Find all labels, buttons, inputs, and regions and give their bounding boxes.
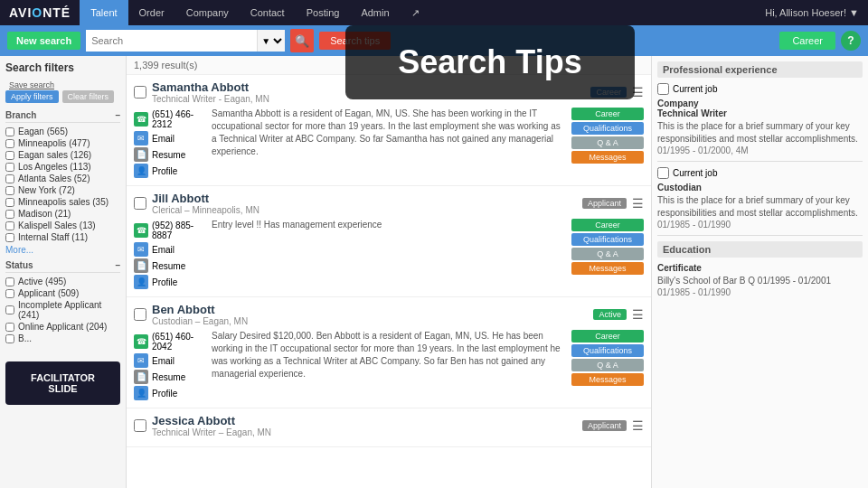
filter-eagan[interactable]: Eagan (565): [5, 127, 120, 136]
nav-tab-external[interactable]: ↗: [401, 0, 430, 25]
clear-filters-button[interactable]: Clear filters: [62, 90, 115, 103]
result-checkbox-jill[interactable]: [134, 197, 146, 210]
result-checkbox-samantha[interactable]: [134, 86, 146, 99]
phone-icon: ☎: [134, 112, 148, 127]
current-job-checkbox2[interactable]: [657, 167, 669, 179]
contact-phone-samantha: ☎ (651) 466-2312: [134, 109, 206, 129]
filter-los-angeles[interactable]: Los Angeles (113): [5, 162, 120, 172]
nav-tab-posting[interactable]: Posting: [296, 0, 351, 25]
contact-profile-ben[interactable]: 👤 Profile: [134, 386, 206, 400]
main-layout: Search filters Save search Apply filters…: [0, 56, 868, 488]
qualifications-action-ben[interactable]: Qualifications: [571, 344, 644, 357]
job2-date: 01/1985 - 01/1990: [657, 220, 863, 230]
contact-resume-samantha[interactable]: 📄 Resume: [134, 147, 206, 162]
menu-icon-jessica[interactable]: ☰: [632, 418, 644, 433]
result-card-jessica: Jessica Abbott Technical Writer – Eagan,…: [127, 408, 651, 447]
menu-icon-jill[interactable]: ☰: [632, 196, 644, 211]
nav-tab-contact[interactable]: Contact: [240, 0, 296, 25]
education-field: Certificate Billy's School of Bar B Q 01…: [657, 263, 863, 297]
filter-eagan-sales[interactable]: Eagan sales (126): [5, 150, 120, 160]
messages-action-jill[interactable]: Messages: [571, 262, 644, 275]
result-desc-ben: Salary Desired $120,000. Ben Abbott is a…: [212, 330, 566, 402]
result-name-jill: Jill Abbott Clerical – Minneapolis, MN: [152, 192, 259, 215]
contact-email-jill[interactable]: ✉ Email: [134, 242, 206, 257]
help-button[interactable]: ?: [841, 31, 861, 51]
more-branches-link[interactable]: More...: [5, 245, 120, 255]
phone-icon-ben: ☎: [134, 334, 148, 349]
result-header-ben: Ben Abbott Custodian – Eagan, MN Active …: [134, 303, 644, 326]
contact-phone-ben: ☎ (651) 460-2042: [134, 332, 206, 352]
search-tips-overlay: Search Tips: [345, 25, 635, 99]
result-actions-jill: Career Qualifications Q & A Messages: [571, 219, 644, 291]
nav-tab-order[interactable]: Order: [128, 0, 175, 25]
contact-profile-jill[interactable]: 👤 Profile: [134, 275, 206, 289]
search-type-select[interactable]: ▼: [257, 30, 285, 52]
phone-icon-jill: ☎: [134, 223, 148, 238]
contact-resume-ben[interactable]: 📄 Resume: [134, 370, 206, 384]
panel-divider1: [657, 161, 863, 162]
result-name-jessica: Jessica Abbott Technical Writer – Eagan,…: [152, 414, 271, 437]
menu-icon-ben[interactable]: ☰: [632, 307, 644, 322]
nav-tab-admin[interactable]: Admin: [350, 0, 400, 25]
contact-email-samantha[interactable]: ✉ Email: [134, 131, 206, 145]
job2-field: Custodian This is the place for a brief …: [657, 183, 863, 230]
career-action-ben[interactable]: Career: [571, 330, 644, 343]
qa-action-samantha[interactable]: Q & A: [571, 136, 644, 149]
current-job-label1: Current job: [673, 84, 717, 94]
result-name-samantha: Samantha Abbott Technical Writer - Eagan…: [152, 80, 269, 104]
contact-email-ben[interactable]: ✉ Email: [134, 353, 206, 368]
filter-kalispell[interactable]: Kalispell Sales (13): [5, 221, 120, 230]
filter-active[interactable]: Active (495): [5, 277, 120, 286]
career-action-samantha[interactable]: Career: [571, 108, 644, 120]
nav-tab-company[interactable]: Company: [175, 0, 240, 25]
user-name: Hi, Allison Hoeser! ▼: [765, 7, 859, 18]
contact-resume-jill[interactable]: 📄 Resume: [134, 258, 206, 273]
qa-action-ben[interactable]: Q & A: [571, 359, 644, 371]
job1-description: This is the place for a brief summary of…: [657, 120, 863, 145]
company-label: Company: [657, 99, 863, 108]
career-action-jill[interactable]: Career: [571, 219, 644, 231]
filter-internal-staff[interactable]: Internal Staff (11): [5, 232, 120, 242]
education-date: 01/1985 - 01/1990: [657, 287, 863, 297]
profile-icon: 👤: [134, 164, 148, 178]
education-school: Billy's School of Bar B Q 01/1995 - 01/2…: [657, 275, 863, 287]
qa-action-jill[interactable]: Q & A: [571, 248, 644, 260]
filter-actions: Apply filters Clear filters: [5, 90, 120, 103]
result-body-jill: ☎ (952) 885-8887 ✉ Email 📄 Resume 👤 Prof…: [134, 219, 644, 291]
messages-action-samantha[interactable]: Messages: [571, 151, 644, 164]
filter-madison[interactable]: Madison (21): [5, 209, 120, 219]
result-name-ben: Ben Abbott Custodian – Eagan, MN: [152, 303, 248, 326]
current-job-row1: Current job: [657, 83, 863, 95]
current-job-row2: Current job: [657, 167, 863, 179]
new-search-button[interactable]: New search: [7, 32, 80, 50]
resume-icon: 📄: [134, 147, 148, 162]
search-button[interactable]: 🔍: [290, 29, 314, 52]
result-checkbox-ben[interactable]: [134, 308, 146, 321]
contact-profile-samantha[interactable]: 👤 Profile: [134, 164, 206, 178]
filter-applicant[interactable]: Applicant (509): [5, 288, 120, 298]
facilitator-slide[interactable]: FACILITATORSLIDE: [5, 361, 120, 405]
status-badge-jill: Applicant: [582, 198, 627, 209]
qualifications-action-samantha[interactable]: Qualifications: [571, 122, 644, 135]
search-input[interactable]: [86, 30, 257, 52]
filter-new-york[interactable]: New York (72): [5, 185, 120, 195]
filter-b[interactable]: B...: [5, 333, 120, 343]
email-icon-ben: ✉: [134, 353, 148, 368]
resume-icon-ben: 📄: [134, 370, 148, 384]
filter-atlanta-sales[interactable]: Atlanta Sales (52): [5, 174, 120, 183]
email-icon: ✉: [134, 131, 148, 145]
messages-action-ben[interactable]: Messages: [571, 373, 644, 386]
career-button[interactable]: Career: [779, 32, 835, 50]
apply-filters-button[interactable]: Apply filters: [5, 90, 59, 103]
filter-online-applicant[interactable]: Online Applicant (204): [5, 322, 120, 332]
save-search-link[interactable]: Save search: [5, 79, 58, 91]
current-job-checkbox1[interactable]: [657, 83, 669, 95]
qualifications-action-jill[interactable]: Qualifications: [571, 233, 644, 246]
filter-incomplete-applicant[interactable]: Incomplete Applicant (241): [5, 300, 120, 320]
education-type: Certificate: [657, 263, 863, 273]
filter-minneapolis[interactable]: Minneapolis (477): [5, 138, 120, 148]
filter-minneapolis-sales[interactable]: Minneapolis sales (35): [5, 197, 120, 207]
resume-icon-jill: 📄: [134, 258, 148, 273]
result-checkbox-jessica[interactable]: [134, 419, 146, 432]
nav-tab-talent[interactable]: Talent: [80, 0, 127, 25]
